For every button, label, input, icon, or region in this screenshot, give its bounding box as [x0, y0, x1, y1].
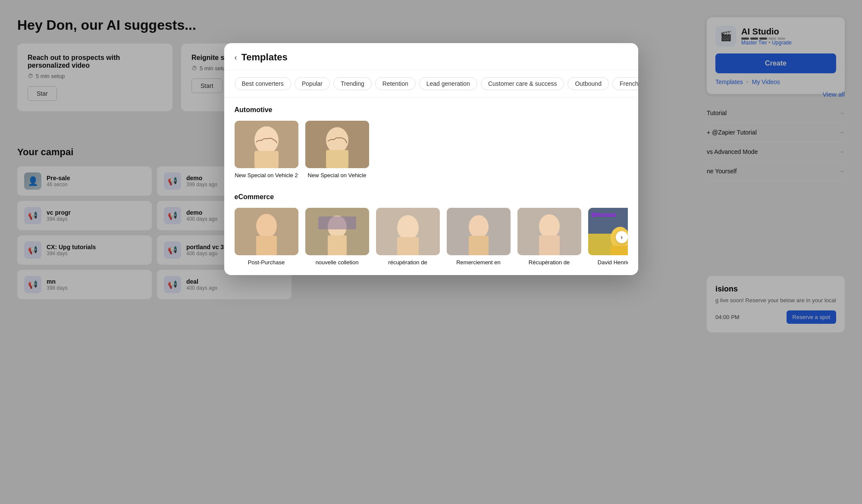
filter-tab-3[interactable]: Retention	[375, 77, 416, 90]
template-card-ec-1[interactable]: nouvelle colletion	[305, 208, 369, 266]
filter-tab-0[interactable]: Best converters	[235, 77, 291, 90]
filter-tab-6[interactable]: Outbound	[567, 77, 609, 90]
svg-point-15	[397, 215, 419, 240]
template-name-ec-3: Remerciement en	[447, 259, 511, 266]
template-name-auto-0: New Special on Vehicle 2	[235, 172, 298, 179]
svg-rect-2	[254, 151, 279, 168]
svg-rect-9	[256, 236, 277, 255]
template-card-ec-0[interactable]: Post-Purchase	[235, 208, 298, 266]
bhuman-badge: BHuman	[592, 211, 617, 218]
template-card-auto-1[interactable]: New Special on Vehicle	[305, 121, 369, 179]
template-thumb-ec-1	[305, 208, 369, 255]
scroll-right-arrow[interactable]: ›	[616, 231, 628, 243]
modal-content[interactable]: Automotive New Special on Vehicle 2	[224, 97, 638, 275]
template-name-ec-5: David Henrie Cart	[588, 259, 628, 266]
modal-back-button[interactable]: ‹	[235, 53, 237, 62]
ecommerce-row: Post-Purchase nouvelle colletio	[235, 208, 628, 266]
filter-tab-7[interactable]: French	[612, 77, 638, 90]
svg-rect-22	[539, 235, 560, 255]
filter-tab-5[interactable]: Customer care & success	[481, 77, 564, 90]
svg-point-18	[469, 215, 489, 238]
template-card-ec-3[interactable]: Remerciement en	[447, 208, 511, 266]
svg-point-21	[539, 214, 560, 238]
template-thumb-ec-2	[376, 208, 440, 255]
filter-tab-1[interactable]: Popular	[295, 77, 330, 90]
template-thumb-ec-0	[235, 208, 298, 255]
template-thumb-auto-0	[235, 121, 298, 168]
template-card-ec-4[interactable]: Récupération de	[517, 208, 581, 266]
filter-tabs: Best converters Popular Trending Retenti…	[224, 70, 638, 97]
svg-rect-5	[326, 150, 348, 168]
template-card-auto-0[interactable]: New Special on Vehicle 2	[235, 121, 298, 179]
template-thumb-auto-1	[305, 121, 369, 168]
templates-modal: ‹ Templates Best converters Popular Tren…	[224, 43, 638, 275]
filter-tab-2[interactable]: Trending	[333, 77, 372, 90]
template-thumb-ec-4	[517, 208, 581, 255]
svg-rect-19	[469, 236, 489, 255]
template-name-ec-0: Post-Purchase	[235, 259, 298, 266]
svg-rect-26	[611, 246, 628, 255]
template-name-ec-2: récupération de	[376, 259, 440, 266]
ecommerce-scroll: Post-Purchase nouvelle colletio	[235, 208, 628, 266]
section-title-automotive: Automotive	[235, 106, 628, 114]
template-card-ec-2[interactable]: récupération de	[376, 208, 440, 266]
svg-rect-12	[328, 235, 347, 255]
automotive-templates-grid: New Special on Vehicle 2 New Special on …	[235, 121, 628, 179]
modal-header: ‹ Templates	[224, 43, 638, 70]
modal-overlay[interactable]: ‹ Templates Best converters Popular Tren…	[0, 0, 862, 504]
svg-point-8	[256, 214, 277, 238]
template-name-ec-1: nouvelle colletion	[305, 259, 369, 266]
svg-rect-13	[318, 216, 356, 229]
filter-tab-4[interactable]: Lead generation	[419, 77, 477, 90]
svg-rect-16	[397, 237, 419, 255]
template-thumb-ec-3	[447, 208, 511, 255]
template-name-auto-1: New Special on Vehicle	[305, 172, 369, 179]
section-title-ecommerce: eCommerce	[235, 193, 628, 201]
modal-title: Templates	[241, 52, 288, 63]
template-name-ec-4: Récupération de	[517, 259, 581, 266]
